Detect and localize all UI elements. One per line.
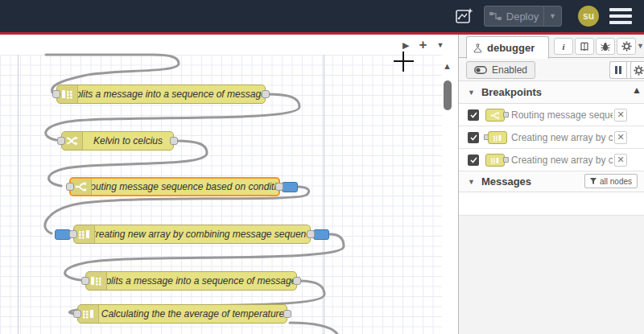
- flow-node-join[interactable]: Calculating the the average of temperatu…: [77, 304, 287, 324]
- sidebar-scroll-up-icon[interactable]: ▲: [632, 85, 642, 96]
- canvas-scroll-up-icon[interactable]: ▲: [443, 61, 452, 71]
- deploy-button[interactable]: Deploy ▼: [484, 6, 562, 27]
- filter-icon: [590, 178, 597, 184]
- expand-palette-icon[interactable]: ▶: [402, 40, 409, 51]
- debug-tab-button[interactable]: [596, 38, 615, 55]
- info-tab-button[interactable]: i: [554, 38, 573, 55]
- enabled-label: Enabled: [492, 64, 527, 76]
- chevron-down-icon: ▼: [468, 178, 475, 186]
- gear-icon: [621, 41, 632, 52]
- breakpoint-checkbox[interactable]: [468, 109, 479, 121]
- svg-text:i: i: [562, 42, 565, 52]
- input-port[interactable]: [57, 137, 65, 145]
- node-red-app: Deploy ▼ su ▶ + ▼ ▲: [0, 0, 644, 334]
- canvas-scrollbar-thumb[interactable]: [444, 80, 452, 110]
- debugger-toolbar: Enabled: [459, 58, 644, 81]
- remove-breakpoint-button[interactable]: ✕: [614, 154, 627, 167]
- flow-export-icon: [455, 7, 474, 25]
- output-port[interactable]: [262, 90, 270, 98]
- breakpoints-section-header[interactable]: ▼ Breakpoints: [459, 81, 644, 104]
- messages-empty-row: [459, 192, 644, 216]
- breakpoint-label: Routing message sequence ba: [511, 104, 613, 126]
- deploy-options-chevron[interactable]: ▼: [543, 6, 561, 26]
- breakpoint-label: Creating new array by combini: [511, 149, 613, 171]
- output-port[interactable]: [275, 183, 283, 191]
- flow-canvas[interactable]: ▶ + ▼ ▲ Splits a message into a sequence…: [0, 35, 456, 334]
- node-label: Splits a message into a sequence of mess…: [107, 272, 296, 290]
- remove-breakpoint-button[interactable]: ✕: [614, 109, 627, 122]
- flow-node-join[interactable]: Creating new array by combining message …: [73, 225, 311, 244]
- breakpoint-label: Creating new array by combini: [511, 126, 613, 149]
- breakpoints-title: Breakpoints: [481, 86, 542, 98]
- output-port[interactable]: [283, 310, 291, 318]
- toggle-icon: [474, 66, 487, 74]
- chevron-down-icon: ▼: [468, 89, 475, 97]
- flow-node-switch[interactable]: Routing message sequence based on condit…: [69, 177, 280, 196]
- debugger-enabled-toggle[interactable]: Enabled: [466, 61, 535, 79]
- breakpoint-row: Routing message sequence ba ✕: [459, 104, 644, 126]
- node-label: Kelvin to celcius: [83, 132, 173, 150]
- canvas-boundary-line: [324, 55, 324, 334]
- canvas-boundary-line: [18, 55, 19, 334]
- switch-node-mini-icon: [485, 109, 505, 122]
- flow-node-split[interactable]: Splits a message into a sequence of mess…: [56, 85, 266, 104]
- pause-button[interactable]: [609, 61, 626, 79]
- node-label: Routing message sequence based on condit…: [92, 179, 279, 195]
- flask-icon: [473, 43, 482, 53]
- input-port[interactable]: [81, 277, 89, 285]
- sidebar-tabs-chevron-icon[interactable]: ▼: [637, 42, 644, 50]
- pause-icon: [615, 66, 621, 74]
- input-breakpoint-marker[interactable]: [55, 229, 71, 240]
- user-avatar[interactable]: su: [578, 6, 599, 27]
- flow-export-button[interactable]: [452, 5, 477, 27]
- tab-debugger[interactable]: debugger: [466, 36, 549, 59]
- messages-title: Messages: [481, 175, 531, 188]
- deploy-label: Deploy: [506, 10, 539, 23]
- output-port[interactable]: [293, 277, 301, 285]
- book-icon: [580, 42, 589, 52]
- crosshair-cursor: [394, 52, 414, 72]
- add-flow-icon[interactable]: +: [419, 37, 427, 53]
- flow-node-split[interactable]: Splits a message into a sequence of mess…: [85, 271, 297, 291]
- output-port[interactable]: [307, 230, 315, 238]
- breakpoint-row: Creating new array by combini ✕: [459, 126, 644, 149]
- breakpoint-checkbox[interactable]: [468, 132, 479, 143]
- input-port[interactable]: [73, 310, 81, 318]
- flow-node-change[interactable]: Kelvin to celcius: [61, 131, 174, 151]
- help-tab-button[interactable]: [575, 38, 594, 55]
- info-icon: i: [559, 42, 568, 52]
- flow-list-chevron-icon[interactable]: ▼: [436, 41, 444, 49]
- header-bar: Deploy ▼ su: [0, 0, 644, 32]
- messages-section-header[interactable]: ▼ Messages all nodes: [459, 171, 644, 192]
- node-label: Calculating the the average of temperatu…: [99, 305, 287, 323]
- debugger-settings-button[interactable]: [630, 61, 644, 79]
- breakpoint-row: Creating new array by combini ✕: [459, 149, 644, 171]
- output-port-mini: [503, 112, 509, 118]
- messages-filter-button[interactable]: all nodes: [584, 174, 638, 188]
- config-tab-button[interactable]: [617, 38, 636, 55]
- output-breakpoint-marker[interactable]: [313, 229, 329, 240]
- messages-empty-area: [459, 216, 644, 334]
- filter-label: all nodes: [600, 177, 632, 186]
- deploy-icon: [489, 12, 502, 20]
- output-port-mini: [503, 157, 509, 163]
- output-breakpoint-marker[interactable]: [282, 182, 298, 192]
- gear-icon: [634, 65, 644, 76]
- breakpoint-checkbox[interactable]: [468, 155, 479, 166]
- canvas-toolbar: ▶ + ▼: [402, 37, 444, 53]
- output-port[interactable]: [170, 137, 178, 145]
- remove-breakpoint-button[interactable]: ✕: [614, 131, 627, 144]
- right-sidebar: i ▼ debugger Enabled: [458, 35, 644, 334]
- join-node-mini-icon: [485, 154, 505, 167]
- input-port[interactable]: [69, 230, 77, 238]
- main-menu-button[interactable]: [609, 8, 632, 24]
- tab-debugger-label: debugger: [487, 42, 535, 54]
- join-node-mini-icon: [488, 131, 507, 144]
- node-label: Creating new array by combining message …: [95, 225, 310, 243]
- node-label: Splits a message into a sequence of mess…: [78, 85, 265, 103]
- input-port[interactable]: [52, 90, 60, 98]
- bug-icon: [601, 42, 610, 52]
- input-port[interactable]: [66, 183, 74, 191]
